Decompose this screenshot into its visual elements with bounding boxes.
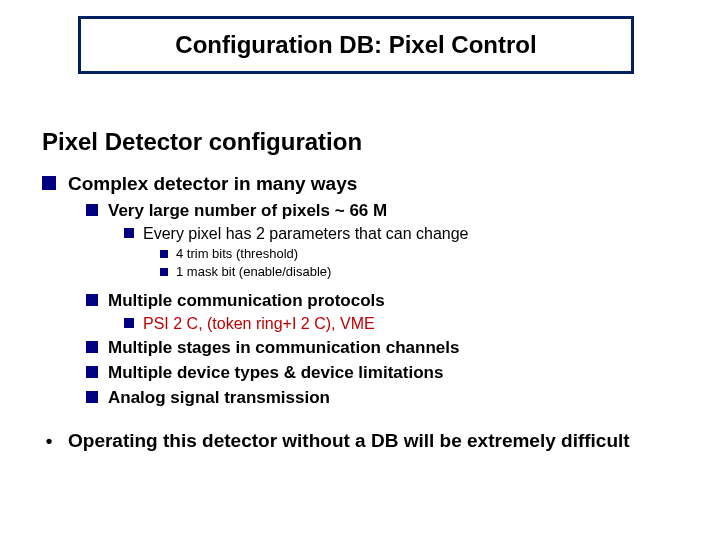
square-bullet-icon — [86, 204, 98, 216]
square-bullet-icon — [160, 268, 168, 276]
footnote-text: Operating this detector without a DB wil… — [68, 429, 630, 453]
bullet-text: Complex detector in many ways — [68, 172, 357, 196]
bullet-level1: Complex detector in many ways — [42, 168, 682, 198]
bullet-text: Multiple stages in communication channel… — [108, 337, 459, 358]
bullet-text: Analog signal transmission — [108, 387, 330, 408]
bullet-level2: Multiple stages in communication channel… — [86, 335, 682, 360]
bullet-level2: Analog signal transmission — [86, 385, 682, 410]
square-bullet-icon — [160, 250, 168, 258]
bullet-text: Very large number of pixels ~ 66 M — [108, 200, 387, 221]
bullet-text: 1 mask bit (enable/disable) — [176, 264, 331, 280]
slide-subtitle: Pixel Detector configuration — [42, 128, 362, 156]
bullet-text: 4 trim bits (threshold) — [176, 246, 298, 262]
square-bullet-icon — [86, 294, 98, 306]
content-area: Complex detector in many ways Very large… — [42, 168, 682, 454]
square-bullet-icon — [124, 228, 134, 238]
slide: Configuration DB: Pixel Control Pixel De… — [0, 0, 720, 540]
bullet-level4: 4 trim bits (threshold) — [160, 245, 682, 263]
bullet-level3: Every pixel has 2 parameters that can ch… — [124, 223, 682, 245]
bullet-level2: Multiple communication protocols — [86, 288, 682, 313]
bullet-level2: Very large number of pixels ~ 66 M — [86, 198, 682, 223]
square-bullet-icon — [124, 318, 134, 328]
bullet-level3: PSI 2 C, (token ring+I 2 C), VME — [124, 313, 682, 335]
bullet-text: Multiple communication protocols — [108, 290, 385, 311]
bullet-text-emphasis: PSI 2 C, (token ring+I 2 C), VME — [143, 314, 375, 334]
bullet-level2: Multiple device types & device limitatio… — [86, 360, 682, 385]
bullet-level1-footnote: • Operating this detector without a DB w… — [42, 425, 682, 455]
bullet-level4: 1 mask bit (enable/disable) — [160, 263, 682, 281]
square-bullet-icon — [42, 176, 56, 190]
bullet-text: Multiple device types & device limitatio… — [108, 362, 443, 383]
slide-title: Configuration DB: Pixel Control — [175, 31, 536, 59]
square-bullet-icon — [86, 391, 98, 403]
square-bullet-icon — [86, 341, 98, 353]
square-bullet-icon — [86, 366, 98, 378]
title-container: Configuration DB: Pixel Control — [78, 16, 634, 74]
bullet-text: Every pixel has 2 parameters that can ch… — [143, 224, 469, 244]
dot-bullet-icon: • — [42, 429, 56, 453]
